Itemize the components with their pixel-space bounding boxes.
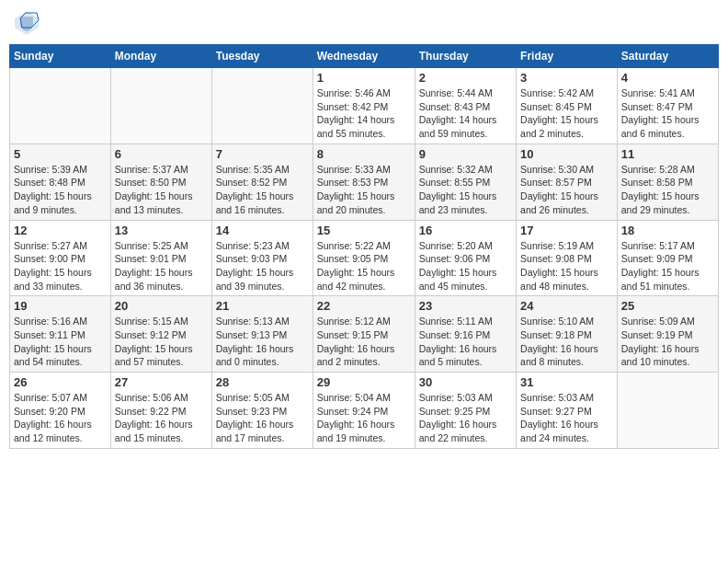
day-number: 16 bbox=[419, 224, 512, 237]
day-number: 29 bbox=[317, 375, 411, 389]
calendar-cell: 5Sunrise: 5:39 AM Sunset: 8:48 PM Daylig… bbox=[10, 144, 111, 220]
day-info: Sunrise: 5:05 AM Sunset: 9:23 PM Dayligh… bbox=[216, 391, 309, 445]
weekday-header-row: SundayMondayTuesdayWednesdayThursdayFrid… bbox=[10, 45, 719, 68]
calendar-cell: 10Sunrise: 5:30 AM Sunset: 8:57 PM Dayli… bbox=[517, 144, 618, 220]
calendar-cell: 13Sunrise: 5:25 AM Sunset: 9:01 PM Dayli… bbox=[110, 220, 211, 296]
calendar-cell: 26Sunrise: 5:07 AM Sunset: 9:20 PM Dayli… bbox=[10, 373, 111, 449]
day-number: 14 bbox=[216, 224, 309, 237]
day-info: Sunrise: 5:32 AM Sunset: 8:55 PM Dayligh… bbox=[419, 163, 512, 217]
day-info: Sunrise: 5:42 AM Sunset: 8:45 PM Dayligh… bbox=[520, 86, 613, 141]
day-info: Sunrise: 5:41 AM Sunset: 8:47 PM Dayligh… bbox=[621, 86, 714, 141]
calendar-week-4: 19Sunrise: 5:16 AM Sunset: 9:11 PM Dayli… bbox=[10, 296, 719, 373]
day-info: Sunrise: 5:04 AM Sunset: 9:24 PM Dayligh… bbox=[317, 391, 411, 445]
day-number: 11 bbox=[621, 147, 714, 161]
day-info: Sunrise: 5:12 AM Sunset: 9:15 PM Dayligh… bbox=[317, 315, 411, 369]
weekday-header-friday: Friday bbox=[517, 45, 618, 68]
calendar-cell bbox=[617, 373, 718, 449]
day-number: 10 bbox=[520, 147, 613, 161]
day-number: 27 bbox=[115, 375, 208, 389]
calendar-cell: 29Sunrise: 5:04 AM Sunset: 9:24 PM Dayli… bbox=[313, 373, 415, 449]
day-number: 3 bbox=[520, 71, 613, 85]
calendar-cell: 11Sunrise: 5:28 AM Sunset: 8:58 PM Dayli… bbox=[617, 144, 718, 220]
calendar-cell: 18Sunrise: 5:17 AM Sunset: 9:09 PM Dayli… bbox=[617, 220, 718, 296]
day-number: 19 bbox=[14, 299, 107, 313]
day-number: 15 bbox=[317, 224, 411, 237]
day-info: Sunrise: 5:10 AM Sunset: 9:18 PM Dayligh… bbox=[520, 315, 613, 369]
logo bbox=[13, 9, 44, 37]
calendar-cell: 22Sunrise: 5:12 AM Sunset: 9:15 PM Dayli… bbox=[313, 296, 415, 373]
day-number: 28 bbox=[216, 375, 309, 389]
calendar-cell: 28Sunrise: 5:05 AM Sunset: 9:23 PM Dayli… bbox=[211, 373, 313, 449]
day-info: Sunrise: 5:46 AM Sunset: 8:42 PM Dayligh… bbox=[317, 86, 411, 141]
day-number: 22 bbox=[317, 299, 411, 313]
weekday-header-sunday: Sunday bbox=[10, 45, 111, 68]
day-info: Sunrise: 5:22 AM Sunset: 9:05 PM Dayligh… bbox=[317, 239, 411, 293]
day-info: Sunrise: 5:37 AM Sunset: 8:50 PM Dayligh… bbox=[115, 163, 208, 217]
day-info: Sunrise: 5:03 AM Sunset: 9:25 PM Dayligh… bbox=[419, 391, 512, 445]
calendar-cell: 9Sunrise: 5:32 AM Sunset: 8:55 PM Daylig… bbox=[415, 144, 516, 220]
day-number: 23 bbox=[419, 299, 512, 313]
day-info: Sunrise: 5:30 AM Sunset: 8:57 PM Dayligh… bbox=[520, 163, 613, 217]
calendar-cell bbox=[10, 68, 111, 144]
weekday-header-thursday: Thursday bbox=[415, 45, 516, 68]
day-number: 8 bbox=[317, 147, 411, 161]
calendar-cell: 24Sunrise: 5:10 AM Sunset: 9:18 PM Dayli… bbox=[517, 296, 618, 373]
day-info: Sunrise: 5:23 AM Sunset: 9:03 PM Dayligh… bbox=[216, 239, 309, 293]
calendar-cell: 8Sunrise: 5:33 AM Sunset: 8:53 PM Daylig… bbox=[313, 144, 415, 220]
day-info: Sunrise: 5:44 AM Sunset: 8:43 PM Dayligh… bbox=[419, 86, 512, 141]
calendar-cell: 14Sunrise: 5:23 AM Sunset: 9:03 PM Dayli… bbox=[211, 220, 313, 296]
day-info: Sunrise: 5:09 AM Sunset: 9:19 PM Dayligh… bbox=[621, 315, 714, 369]
calendar-cell: 6Sunrise: 5:37 AM Sunset: 8:50 PM Daylig… bbox=[110, 144, 211, 220]
weekday-header-monday: Monday bbox=[110, 45, 211, 68]
day-info: Sunrise: 5:11 AM Sunset: 9:16 PM Dayligh… bbox=[419, 315, 512, 369]
day-info: Sunrise: 5:07 AM Sunset: 9:20 PM Dayligh… bbox=[14, 391, 107, 445]
calendar-cell: 3Sunrise: 5:42 AM Sunset: 8:45 PM Daylig… bbox=[517, 68, 618, 144]
calendar-cell: 15Sunrise: 5:22 AM Sunset: 9:05 PM Dayli… bbox=[313, 220, 415, 296]
calendar-cell: 25Sunrise: 5:09 AM Sunset: 9:19 PM Dayli… bbox=[617, 296, 718, 373]
calendar-cell: 20Sunrise: 5:15 AM Sunset: 9:12 PM Dayli… bbox=[110, 296, 211, 373]
calendar-cell: 16Sunrise: 5:20 AM Sunset: 9:06 PM Dayli… bbox=[415, 220, 516, 296]
day-info: Sunrise: 5:20 AM Sunset: 9:06 PM Dayligh… bbox=[419, 239, 512, 293]
logo-icon bbox=[13, 9, 40, 37]
calendar-cell bbox=[211, 68, 313, 144]
day-number: 13 bbox=[115, 224, 208, 237]
calendar-cell: 19Sunrise: 5:16 AM Sunset: 9:11 PM Dayli… bbox=[10, 296, 111, 373]
calendar-cell: 12Sunrise: 5:27 AM Sunset: 9:00 PM Dayli… bbox=[10, 220, 111, 296]
calendar-week-5: 26Sunrise: 5:07 AM Sunset: 9:20 PM Dayli… bbox=[10, 373, 719, 449]
weekday-header-wednesday: Wednesday bbox=[313, 45, 415, 68]
calendar-cell: 7Sunrise: 5:35 AM Sunset: 8:52 PM Daylig… bbox=[211, 144, 313, 220]
day-number: 7 bbox=[216, 147, 309, 161]
day-number: 24 bbox=[520, 299, 613, 313]
calendar-cell: 23Sunrise: 5:11 AM Sunset: 9:16 PM Dayli… bbox=[415, 296, 516, 373]
day-info: Sunrise: 5:35 AM Sunset: 8:52 PM Dayligh… bbox=[216, 163, 309, 217]
day-info: Sunrise: 5:27 AM Sunset: 9:00 PM Dayligh… bbox=[14, 239, 107, 293]
calendar-cell: 4Sunrise: 5:41 AM Sunset: 8:47 PM Daylig… bbox=[617, 68, 718, 144]
calendar-cell: 17Sunrise: 5:19 AM Sunset: 9:08 PM Dayli… bbox=[517, 220, 618, 296]
weekday-header-saturday: Saturday bbox=[617, 45, 718, 68]
calendar-week-2: 5Sunrise: 5:39 AM Sunset: 8:48 PM Daylig… bbox=[10, 144, 719, 220]
calendar-cell bbox=[110, 68, 211, 144]
day-number: 1 bbox=[317, 71, 411, 85]
calendar-table: SundayMondayTuesdayWednesdayThursdayFrid… bbox=[9, 44, 719, 449]
day-info: Sunrise: 5:33 AM Sunset: 8:53 PM Dayligh… bbox=[317, 163, 411, 217]
day-info: Sunrise: 5:15 AM Sunset: 9:12 PM Dayligh… bbox=[115, 315, 208, 369]
day-number: 31 bbox=[520, 375, 613, 389]
weekday-header-tuesday: Tuesday bbox=[211, 45, 313, 68]
day-number: 21 bbox=[216, 299, 309, 313]
day-number: 17 bbox=[520, 224, 613, 237]
calendar-cell: 1Sunrise: 5:46 AM Sunset: 8:42 PM Daylig… bbox=[313, 68, 415, 144]
calendar-cell: 31Sunrise: 5:03 AM Sunset: 9:27 PM Dayli… bbox=[517, 373, 618, 449]
day-number: 20 bbox=[115, 299, 208, 313]
day-info: Sunrise: 5:16 AM Sunset: 9:11 PM Dayligh… bbox=[14, 315, 107, 369]
day-info: Sunrise: 5:28 AM Sunset: 8:58 PM Dayligh… bbox=[621, 163, 714, 217]
day-info: Sunrise: 5:06 AM Sunset: 9:22 PM Dayligh… bbox=[115, 391, 208, 445]
day-info: Sunrise: 5:25 AM Sunset: 9:01 PM Dayligh… bbox=[115, 239, 208, 293]
day-info: Sunrise: 5:13 AM Sunset: 9:13 PM Dayligh… bbox=[216, 315, 309, 369]
calendar-cell: 21Sunrise: 5:13 AM Sunset: 9:13 PM Dayli… bbox=[211, 296, 313, 373]
day-info: Sunrise: 5:19 AM Sunset: 9:08 PM Dayligh… bbox=[520, 239, 613, 293]
day-info: Sunrise: 5:17 AM Sunset: 9:09 PM Dayligh… bbox=[621, 239, 714, 293]
day-number: 6 bbox=[115, 147, 208, 161]
page-header bbox=[9, 9, 719, 37]
day-number: 5 bbox=[14, 147, 107, 161]
calendar-cell: 2Sunrise: 5:44 AM Sunset: 8:43 PM Daylig… bbox=[415, 68, 516, 144]
